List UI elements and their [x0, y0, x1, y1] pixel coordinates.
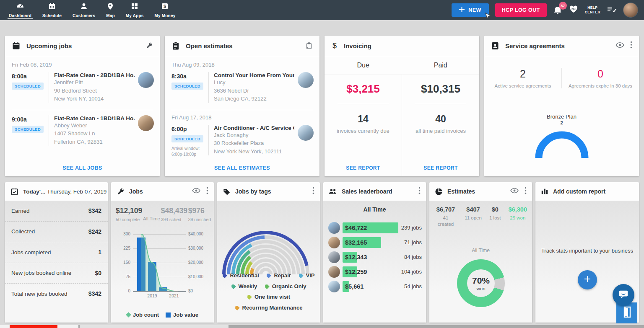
stat-value: 1: [98, 249, 101, 256]
nav-item-my-apps[interactable]: My Apps: [120, 0, 149, 20]
card-title: Add custom report: [553, 188, 634, 195]
estimate-title: Air Conditioner - A/C Service C...: [214, 125, 294, 131]
logout-label: HCP LOG OUT: [502, 7, 540, 13]
exit-door-widget[interactable]: [616, 302, 637, 323]
paid-column: $10,315 40 all time paid invoices SEE RE…: [402, 74, 479, 176]
estimate-entry[interactable]: 6:00p SCHEDULED Arrival window: 6:00p-10…: [165, 124, 319, 161]
chat-widget-button[interactable]: [613, 284, 634, 306]
kebab-menu-icon[interactable]: [206, 187, 208, 196]
notifications-bell[interactable]: 87: [553, 5, 562, 15]
hcp-logout-button[interactable]: HCP LOG OUT: [495, 3, 547, 17]
card-title: Sales leaderboard: [342, 188, 414, 195]
see-report-link[interactable]: SEE REPORT: [402, 165, 479, 171]
won-percentage-label: won: [476, 286, 485, 291]
card-header: Add custom report: [535, 182, 639, 201]
eye-icon[interactable]: [192, 188, 200, 195]
card-title: Jobs: [129, 188, 187, 195]
created-amount: $6,707: [434, 206, 457, 213]
money-icon: $: [161, 2, 169, 12]
job-entry[interactable]: 9:00a SCHEDULED Flat-Rate Clean - 1BD/1B…: [5, 114, 160, 150]
sched-stat: $48,439 394 sched: [161, 207, 187, 222]
card-title: Jobs by tags: [235, 188, 308, 195]
video-progress-bar[interactable]: [0, 325, 644, 328]
stat-value: $242: [88, 228, 101, 235]
avatar: [138, 115, 154, 131]
jobs-count: 84 jobs: [400, 254, 422, 261]
kebab-menu-icon[interactable]: [630, 41, 632, 50]
user-avatar[interactable]: [623, 3, 638, 18]
nav-item-my-money[interactable]: $ My Money: [149, 0, 181, 20]
stat-label: Total new jobs booked: [11, 291, 68, 297]
new-button[interactable]: NEW: [452, 3, 488, 17]
health-heart-icon[interactable]: [569, 4, 579, 16]
convert-estimate-icon[interactable]: [305, 42, 313, 50]
due-count-label: invoices currently due: [336, 127, 390, 135]
jobs-count: 104 jobs: [400, 269, 422, 275]
eye-icon[interactable]: [615, 42, 624, 50]
job-entry-details: Flat-Rate Clean - 1BD/1BA Ho... Abbey We…: [49, 115, 135, 146]
help-center-link[interactable]: HELP CENTER: [585, 5, 600, 15]
card-header: Jobs by tags: [217, 182, 320, 201]
see-all-estimates-link[interactable]: SEE ALL ESTIMATES: [165, 165, 319, 171]
unsched-amount: $976: [188, 207, 211, 215]
sales-amount: $12,259: [345, 269, 367, 275]
nav-label: Dashboard: [9, 13, 31, 18]
paid-amount: $10,315: [421, 83, 460, 96]
see-all-jobs-link[interactable]: SEE ALL JOBS: [5, 165, 160, 171]
card-title: Service agreements: [505, 42, 610, 49]
avatar: [138, 72, 154, 88]
kebab-menu-icon[interactable]: [418, 187, 421, 196]
help-line2: CENTER: [585, 10, 600, 15]
nav-label: Customers: [73, 13, 95, 18]
customer-name: Jennifer Pitt: [54, 78, 135, 87]
invoicing-card: $ Invoicing Due Paid $3,215 14 invoices …: [325, 36, 479, 176]
nav-item-map[interactable]: Map: [101, 0, 120, 20]
add-report-button[interactable]: [578, 270, 597, 289]
leaderboard-row: $12,259 104 jobs: [328, 266, 422, 278]
card-title: Upcoming jobs: [26, 42, 140, 49]
card-title: Today'... Thursday, Feb 07, 2019: [23, 189, 106, 195]
service-agreement-stats: 2 Active service agreements 0 Agreements…: [484, 68, 639, 88]
job-entry[interactable]: 8:00a SCHEDULED Flat-Rate Clean - 2BD/1B…: [5, 71, 160, 106]
paid-count-label: all time paid invoices: [413, 127, 468, 135]
svg-text:$: $: [164, 4, 166, 9]
leaderboard-row: $5,661 54 jobs: [328, 281, 422, 292]
period-label: All Time: [429, 248, 532, 253]
won-label: 29 won: [509, 215, 527, 221]
sales-amount: $5,661: [345, 283, 364, 290]
estimate-entry[interactable]: 8:30a SCHEDULED Control Your Home From Y…: [165, 71, 319, 106]
nav-item-customers[interactable]: Customers: [67, 0, 101, 20]
jobs-chart-card: Jobs $12,109 50 complete All Time $48,43…: [111, 182, 214, 323]
invoicing-columns: $3,215 14 invoices currently due SEE REP…: [325, 74, 479, 176]
job-entry-left: 9:00a SCHEDULED: [12, 115, 49, 133]
stat-row: New jobs booked online $0: [5, 263, 108, 284]
nav-item-schedule[interactable]: Schedule: [37, 0, 67, 20]
customer-name: Lucy: [214, 78, 294, 87]
see-report-link[interactable]: SEE REPORT: [325, 165, 402, 171]
calendar-solid-icon: [12, 41, 21, 50]
agreement-badge-icon: [491, 41, 499, 50]
nav-item-dashboard[interactable]: Dashboard: [3, 0, 37, 20]
legend-item: Residential: [222, 271, 259, 281]
kebab-menu-icon[interactable]: [525, 187, 527, 196]
expiring-agreements: 0 Agreements expire in 30 days: [561, 68, 639, 88]
address-line2: San Diego CA, 92122: [214, 95, 294, 103]
kebab-menu-icon[interactable]: [312, 187, 314, 196]
eye-icon[interactable]: [510, 188, 519, 195]
unsched-label: 39 unsched: [188, 217, 211, 222]
card-settings-wrench-icon[interactable]: [145, 42, 153, 49]
checklist-icon[interactable]: [607, 5, 617, 15]
job-date: Fri Feb 08, 2019: [12, 62, 153, 68]
job-time: 9:00a: [12, 116, 49, 123]
calendar-check-icon: [10, 188, 18, 196]
nav-label: My Apps: [126, 13, 144, 18]
sales-leaderboard-card: Sales leaderboard All Time $46,722 239 j…: [323, 182, 426, 323]
avatar: [328, 251, 340, 263]
tag-marker-icon: [222, 273, 228, 279]
estimate-entry-left: 8:30a SCHEDULED: [171, 72, 208, 90]
job-entry-details: Flat-Rate Clean - 2BD/1BA Ho... Jennifer…: [49, 72, 135, 103]
card-title: Invoicing: [344, 42, 473, 49]
nav-menu: Dashboard Schedule Customers Map My Apps…: [0, 0, 181, 20]
active-agreements-label: Active service agreements: [484, 83, 561, 88]
legend-item: Recurring Maintenance: [235, 303, 303, 313]
